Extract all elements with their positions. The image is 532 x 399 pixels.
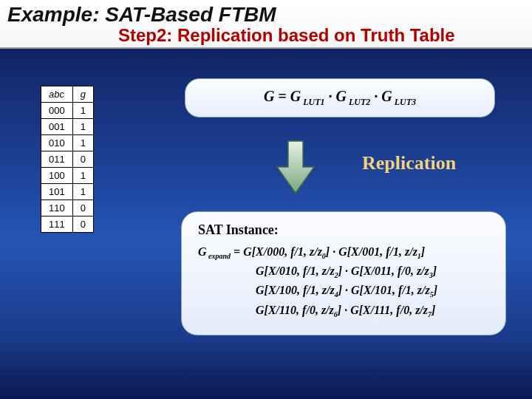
slide-title: Example: SAT-Based FTBM (7, 3, 525, 27)
formula-mid2: · G (370, 88, 392, 104)
title-block: Example: SAT-Based FTBM Step2: Replicati… (0, 0, 532, 49)
formula-mid1: · G (325, 88, 347, 104)
table-row: 1001 (41, 168, 94, 184)
sat-line-4: G[X/110, f/0, z/z6] · G[X/111, f/0, z/z7… (256, 304, 489, 318)
col-header-abc: abc (41, 86, 73, 103)
sat-line-2: G[X/010, f/1, z/z2] · G[X/011, f/0, z/z3… (256, 265, 489, 279)
table-row: 0011 (41, 119, 94, 135)
table-row: 0001 (41, 103, 94, 119)
table-row: 1100 (41, 200, 94, 216)
truth-table: abc g 0001 0011 0101 0110 1001 1011 1100… (41, 86, 94, 233)
formula-box: G = G LUT1 · G LUT2 · G LUT3 (185, 78, 495, 117)
sat-title: SAT Instance: (198, 222, 489, 238)
table-row: 1110 (41, 216, 94, 233)
content-area: abc g 0001 0011 0101 0110 1001 1011 1100… (0, 49, 532, 392)
sat-line-3: G[X/100, f/1, z/z4] · G[X/101, f/1, z/z5… (256, 284, 489, 299)
table-row: 0101 (41, 135, 94, 151)
sat-instance-box: SAT Instance: G expand = G[X/000, f/1, z… (181, 211, 506, 335)
slide-subtitle: Step2: Replication based on Truth Table (118, 25, 525, 46)
formula-sub3: LUT3 (392, 97, 416, 107)
sat-line-1: G expand = G[X/000, f/1, z/z0] · G[X/001… (198, 245, 489, 260)
formula-lhs: G = G (264, 88, 301, 104)
formula-sub1: LUT1 (301, 97, 324, 107)
col-header-g: g (72, 86, 93, 103)
replication-label: Replication (362, 152, 456, 174)
table-header-row: abc g (41, 86, 94, 103)
formula-sub2: LUT2 (347, 97, 370, 107)
table-row: 1011 (41, 184, 94, 200)
down-arrow-icon (266, 137, 325, 200)
table-row: 0110 (41, 151, 94, 168)
